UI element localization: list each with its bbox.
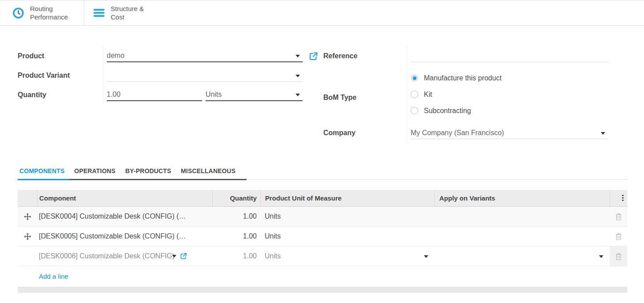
product-variant-field[interactable] [107,70,303,82]
table-row-editing: [DESK0006] Customizable Desk (CONFIG) 1.… [18,246,627,266]
add-a-line-button[interactable]: Add a line [39,273,68,280]
component-cell[interactable]: [DESK0006] Customizable Desk (CONFIG) [37,246,212,266]
quantity-cell[interactable]: 1.00 [212,246,260,266]
product-value: demo [107,52,124,59]
component-cell[interactable]: [DESK0004] Customizable Desk (CONFIG) (… [37,207,212,226]
handle-cell-empty [18,246,37,266]
tab-by-products[interactable]: BY-PRODUCTS [120,163,176,180]
bom-type-row: BoM Type Manufacture this product Kit [309,66,608,121]
drag-handle-icon[interactable] [18,207,37,226]
delete-row-icon[interactable] [610,227,627,246]
radio-manufacture-this-product[interactable]: Manufacture this product [411,70,502,86]
tab-components[interactable]: COMPONENTS [18,163,69,180]
uom-column-header[interactable]: Product Unit of Measure [260,190,434,206]
company-label: Company [309,129,407,137]
quantity-column-header[interactable]: Quantity [212,190,260,206]
table-row: [DESK0005] Customizable Desk (CONFIG) (…… [18,227,627,246]
radio-label: Kit [424,91,432,98]
structure-cost-button[interactable]: Structure & Cost [84,0,165,25]
uom-cell[interactable]: Units [260,246,434,266]
chevron-down-icon[interactable] [172,255,176,258]
radio-label: Manufacture this product [424,74,502,82]
external-link-icon[interactable] [309,52,319,61]
reference-label: Reference [323,52,357,60]
bom-form: Product demo Product Variant [18,46,644,143]
form-left-column: Product demo Product Variant [18,46,303,143]
radio-icon[interactable] [411,107,418,114]
bom-type-label: BoM Type [309,94,407,102]
company-value: My Company (San Francisco) [411,129,504,136]
table-footer-bar [18,287,627,293]
reference-field[interactable] [411,50,608,62]
stat-button-bar: Routing Performance Structure & Cost [0,0,644,26]
company-row: Company My Company (San Francisco) [309,123,608,143]
chevron-down-icon[interactable] [424,255,428,258]
quantity-label: Quantity [18,91,103,99]
product-variant-label: Product Variant [18,72,103,80]
reference-row: Reference [309,46,608,66]
table-row: [DESK0004] Customizable Desk (CONFIG) (…… [18,207,627,227]
uom-value: Units [206,91,221,98]
uom-field[interactable]: Units [206,89,303,101]
external-link-icon[interactable] [180,253,187,260]
chevron-down-icon[interactable] [296,55,300,57]
tab-miscellaneous[interactable]: MISCELLANEOUS [176,163,240,180]
radio-icon[interactable] [411,74,418,82]
product-row: Product demo [18,46,303,66]
apply-on-variants-cell[interactable] [434,207,610,226]
quantity-cell[interactable]: 1.00 [212,227,260,246]
product-label: Product [18,52,103,60]
product-variant-row: Product Variant [18,66,303,85]
bom-type-radio-group: Manufacture this product Kit Subcontract… [411,66,502,121]
routing-performance-label: Routing Performance [30,4,73,21]
drag-handle-icon[interactable] [18,227,37,246]
uom-cell[interactable]: Units [260,207,434,226]
delete-row-icon[interactable] [610,246,627,266]
component-column-header[interactable]: Component [37,190,212,206]
apply-on-variants-cell[interactable] [434,227,610,246]
component-cell[interactable]: [DESK0005] Customizable Desk (CONFIG) (… [37,227,212,246]
apply-on-variants-cell[interactable] [434,246,610,266]
apply-on-variants-column-header[interactable]: Apply on Variants [434,190,610,206]
bars-icon [93,8,105,18]
radio-kit[interactable]: Kit [411,86,502,102]
tab-operations[interactable]: OPERATIONS [69,163,120,180]
components-table: Component Quantity Product Unit of Measu… [18,190,627,293]
quantity-cell[interactable]: 1.00 [212,207,260,226]
quantity-row: Quantity 1.00 Units [18,85,303,105]
bom-form-sheet: Product demo Product Variant [0,46,644,293]
chevron-down-icon[interactable] [296,94,300,96]
clock-icon [12,7,24,19]
chevron-down-icon[interactable] [599,255,603,258]
add-line-row: Add a line [18,266,627,286]
radio-icon[interactable] [411,91,418,98]
delete-row-icon[interactable] [610,207,627,226]
chevron-down-icon[interactable] [296,75,300,77]
chevron-down-icon[interactable] [601,132,605,135]
routing-performance-button[interactable]: Routing Performance [0,0,84,25]
optional-columns-icon[interactable] [610,190,627,206]
table-header-row: Component Quantity Product Unit of Measu… [18,190,627,207]
radio-label: Subcontracting [424,107,471,115]
notebook-tabs: COMPONENTS OPERATIONS BY-PRODUCTS MISCEL… [18,163,627,180]
product-field[interactable]: demo [107,50,303,62]
quantity-value: 1.00 [107,91,120,98]
handle-column-header [18,190,37,206]
company-field[interactable]: My Company (San Francisco) [411,127,608,139]
structure-cost-label: Structure & Cost [111,4,154,21]
form-right-column: Reference BoM Type Manufacture this prod… [309,46,608,143]
uom-cell[interactable]: Units [260,227,434,246]
quantity-input[interactable]: 1.00 [107,89,202,101]
radio-subcontracting[interactable]: Subcontracting [411,102,502,119]
